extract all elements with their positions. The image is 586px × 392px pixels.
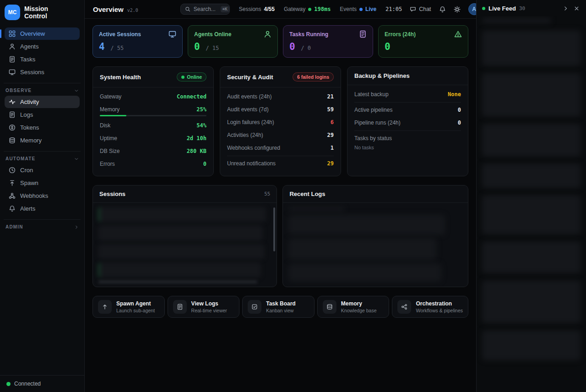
panels-row: Sessions 55 Recent Logs [92, 185, 468, 287]
sidebar-item-label: Webhooks [20, 192, 48, 199]
sidebar-item-sessions[interactable]: Sessions [5, 66, 80, 78]
live-feed-list[interactable] [477, 16, 586, 392]
memory-button[interactable]: MemoryKnowledge base [317, 296, 390, 318]
app-title: Mission Control [24, 5, 66, 20]
metric-row: Active pipelines0 [354, 102, 461, 116]
chevron-down-icon [74, 157, 79, 161]
warning-icon [454, 30, 462, 38]
metric-row: Unread notifications29 [227, 156, 334, 170]
theme-toggle-button[interactable] [454, 6, 461, 13]
page-title: Overview [93, 5, 124, 13]
sidebar-item-webhooks[interactable]: Webhooks [5, 190, 80, 202]
redacted-log-entry [288, 263, 441, 282]
redacted-text [288, 207, 344, 212]
sessions-panel: Sessions 55 [92, 185, 277, 287]
monitor-icon [9, 69, 16, 76]
file-text-icon [9, 111, 16, 118]
stat-card-agents-online[interactable]: Agents Online 0 15 [188, 25, 278, 58]
sessions-list[interactable] [93, 203, 277, 287]
redacted-feed-item [482, 195, 581, 234]
metric-row: Errors0 [100, 158, 206, 170]
live-feed-collapse-button[interactable] [562, 5, 570, 12]
sidebar-item-cron[interactable]: Cron [5, 164, 80, 176]
sessions-kpi-value: 4/55 [264, 6, 275, 12]
stat-total: 0 [301, 45, 311, 51]
card-title: Security & Audit [227, 74, 273, 81]
sessions-kpi-label: Sessions [239, 6, 261, 12]
monitor-icon [168, 30, 176, 38]
quick-actions-row: Spawn AgentLaunch sub-agent View LogsRea… [92, 296, 468, 318]
connection-status: Connected [0, 375, 84, 392]
orchestration-button[interactable]: OrchestrationWorkflows & pipelines [392, 296, 468, 318]
user-icon [9, 43, 16, 50]
action-subtitle: Workflows & pipelines [416, 308, 463, 313]
sidebar-section-automate[interactable]: AUTOMATE [4, 151, 81, 161]
search-box[interactable]: ⌘K [180, 4, 230, 15]
redacted-log-entry [288, 215, 445, 235]
sidebar-nav: Overview Agents Tasks Sessions OBSERVE A… [0, 26, 84, 375]
tasks-by-status-empty: No tasks [354, 144, 461, 153]
sidebar-item-spawn[interactable]: Spawn [5, 177, 80, 189]
sidebar-item-overview[interactable]: Overview [5, 27, 80, 40]
scrollbar[interactable] [273, 207, 275, 251]
sidebar-item-alerts[interactable]: Alerts [5, 202, 80, 215]
file-text-icon [173, 300, 187, 314]
sidebar-item-tasks[interactable]: Tasks [5, 53, 80, 65]
redacted-feed-item [482, 30, 581, 66]
redacted-log-entry [288, 238, 436, 260]
action-subtitle: Knowledge base [341, 308, 377, 313]
sidebar-header: MC Mission Control [0, 0, 84, 26]
version-label: v2.0 [127, 8, 138, 13]
status-dot-icon [181, 76, 184, 79]
webhook-icon [9, 192, 16, 199]
stat-label: Errors (24h) [385, 31, 416, 38]
sidebar-section-admin[interactable]: ADMIN [4, 219, 81, 229]
events-kpi-value: Live [365, 6, 376, 12]
failed-logins-badge: 6 failed logins [293, 72, 334, 82]
sidebar-item-activity[interactable]: Activity [5, 96, 80, 108]
redacted-session-row[interactable] [98, 262, 261, 278]
sidebar-item-logs[interactable]: Logs [5, 109, 80, 121]
action-title: Orchestration [416, 300, 463, 307]
sidebar-item-agents[interactable]: Agents [5, 40, 80, 53]
redacted-feed-item [482, 330, 581, 360]
redacted-feed-item [482, 73, 581, 117]
metric-row: Disk54% [100, 119, 206, 132]
redacted-session-row[interactable] [98, 225, 263, 240]
redacted-text [482, 18, 551, 23]
sidebar-collapse-button[interactable] [71, 8, 79, 16]
redacted-feed-item [482, 124, 581, 157]
sidebar-item-memory[interactable]: Memory [5, 134, 80, 147]
panel-title: Recent Logs [289, 191, 325, 197]
sun-icon [454, 6, 461, 13]
card-title: System Health [100, 74, 141, 81]
action-subtitle: Real-time viewer [191, 308, 227, 313]
redacted-session-row[interactable] [98, 207, 266, 222]
sessions-kpi: Sessions 4/55 [239, 6, 275, 12]
view-logs-button[interactable]: View LogsReal-time viewer [168, 296, 240, 318]
notifications-button[interactable] [439, 6, 446, 13]
chat-icon [410, 6, 416, 12]
gateway-kpi: Gateway 198ms [284, 6, 331, 12]
chat-button[interactable]: Chat [410, 6, 431, 12]
sidebar-item-tokens[interactable]: Tokens [5, 121, 80, 134]
task-board-button[interactable]: Task BoardKanban view [242, 296, 315, 318]
dashboard-content: Active Sessions 4 55 Agents Online 0 15 … [85, 19, 476, 318]
stat-card-errors[interactable]: Errors (24h) 0 [378, 25, 468, 58]
metric-row: Webhooks configured1 [227, 142, 334, 154]
stat-card-tasks-running[interactable]: Tasks Running 0 0 [283, 25, 373, 58]
redacted-session-row[interactable] [98, 244, 264, 259]
sidebar-section-observe[interactable]: OBSERVE [4, 83, 81, 93]
redacted-feed-item [482, 241, 581, 273]
panel-title: Sessions [99, 191, 125, 197]
section-label: OBSERVE [5, 88, 32, 93]
search-input[interactable] [194, 6, 217, 12]
live-feed-close-button[interactable] [573, 5, 581, 12]
live-dot-icon [482, 7, 485, 10]
stat-card-active-sessions[interactable]: Active Sessions 4 55 [92, 25, 183, 58]
stat-value: 0 [385, 41, 391, 52]
spawn-agent-button[interactable]: Spawn AgentLaunch sub-agent [92, 296, 165, 318]
recent-logs-list[interactable] [283, 203, 468, 287]
chevron-right-icon [563, 5, 569, 11]
metric-row: Pipeline runs (24h)0 [354, 116, 461, 129]
